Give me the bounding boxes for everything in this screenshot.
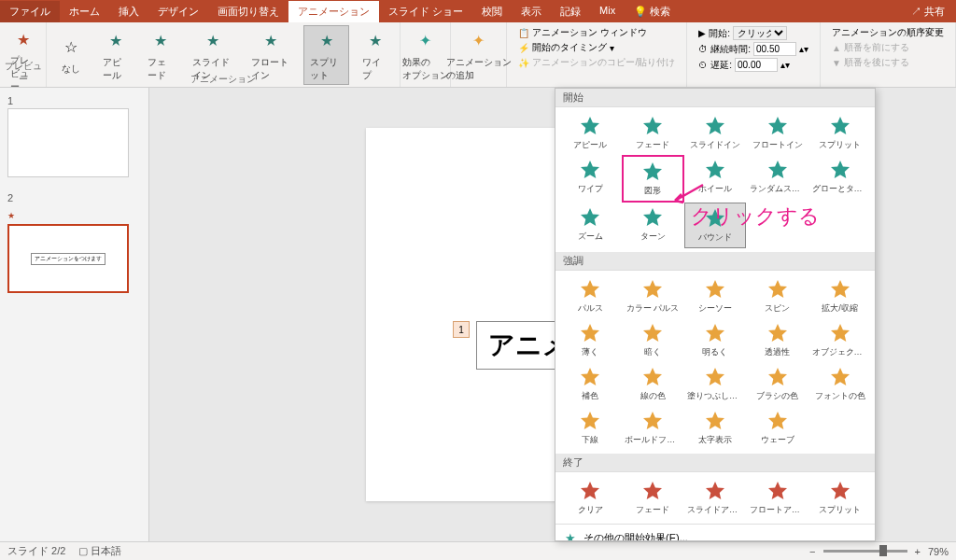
animation-order-tag[interactable]: 1 bbox=[453, 321, 470, 338]
gallery-item-スライドイン[interactable]: スライドイン bbox=[684, 111, 747, 155]
gallery-item-シーソー[interactable]: シーソー bbox=[684, 274, 747, 318]
tab-ファイル[interactable]: ファイル bbox=[0, 1, 60, 22]
gallery-item-ランダムスト...[interactable]: ランダムスト... bbox=[746, 155, 808, 203]
annotation-text: クリックする bbox=[691, 203, 820, 231]
preview-group-label: プレビュー bbox=[0, 60, 46, 86]
reorder-title: アニメーションの順序変更 bbox=[832, 26, 944, 39]
gallery-item-透過性[interactable]: 透過性 bbox=[746, 318, 808, 362]
gallery-item-下線[interactable]: 下線 bbox=[559, 406, 622, 450]
search-tab[interactable]: 💡 検索 bbox=[625, 1, 680, 22]
thumb-1[interactable]: 1 bbox=[7, 95, 141, 177]
anim-なし[interactable]: ☆なし bbox=[52, 33, 90, 77]
gallery-item-スプリット[interactable]: スプリット bbox=[808, 476, 871, 520]
gallery-item-拡大/収縮[interactable]: 拡大/収縮 bbox=[808, 274, 871, 318]
tab-Mix[interactable]: Mix bbox=[590, 1, 625, 22]
gallery-item-アピール[interactable]: アピール bbox=[559, 111, 622, 155]
gallery-item-ボールドフラ...[interactable]: ボールドフラ... bbox=[622, 406, 684, 450]
animation-gallery: 開始アピールフェードスライドインフロートインスプリットワイプ図形ホイールランダム… bbox=[555, 88, 876, 541]
tab-記録[interactable]: 記録 bbox=[551, 1, 590, 22]
gallery-item-パルス[interactable]: パルス bbox=[559, 274, 622, 318]
gallery-item-フェード[interactable]: フェード bbox=[622, 476, 684, 520]
gallery-item-フォントの色[interactable]: フォントの色 bbox=[808, 362, 871, 406]
gallery-item-塗りつぶしの色[interactable]: 塗りつぶしの色 bbox=[684, 362, 747, 406]
tab-挿入[interactable]: 挿入 bbox=[109, 1, 148, 22]
gallery-item-フェード[interactable]: フェード bbox=[622, 111, 684, 155]
ribbon-tabs: ファイルホーム挿入デザイン画面切り替えアニメーションスライド ショー校閲表示記録… bbox=[0, 0, 956, 22]
gallery-header-exit: 終了 bbox=[555, 454, 875, 472]
language-indicator[interactable]: ▢ 日本語 bbox=[78, 544, 121, 558]
share-button[interactable]: ↗ 共有 bbox=[900, 1, 956, 22]
zoom-out[interactable]: − bbox=[809, 546, 815, 557]
gallery-item-補色[interactable]: 補色 bbox=[559, 362, 622, 406]
tab-デザイン[interactable]: デザイン bbox=[148, 1, 208, 22]
gallery-item-ズーム[interactable]: ズーム bbox=[559, 203, 622, 248]
trigger-menu[interactable]: ⚡ 開始のタイミング ▾ bbox=[518, 41, 675, 54]
zoom-level[interactable]: 79% bbox=[928, 546, 949, 557]
gallery-item-クリア[interactable]: クリア bbox=[559, 476, 622, 520]
duration-input[interactable]: ⏱ 継続時間: ▴▾ bbox=[698, 42, 808, 56]
tab-アニメーション[interactable]: アニメーション bbox=[288, 1, 379, 22]
gallery-item-カラー パルス[interactable]: カラー パルス bbox=[622, 274, 684, 318]
gallery-item-スピン[interactable]: スピン bbox=[746, 274, 808, 318]
add-animation-button[interactable]: ✦アニメーション の追加 bbox=[441, 26, 517, 84]
move-earlier: ▲ 順番を前にする bbox=[832, 41, 944, 54]
delay-input[interactable]: ⏲ 遅延: ▴▾ bbox=[698, 58, 808, 72]
animation-group-label: アニメーション bbox=[47, 73, 400, 86]
zoom-slider[interactable] bbox=[823, 550, 907, 553]
thumb-2[interactable]: 2★ アニメーションをつけます bbox=[7, 189, 141, 293]
tab-校閲[interactable]: 校閲 bbox=[472, 1, 512, 22]
gallery-item-ターン[interactable]: ターン bbox=[622, 203, 684, 248]
gallery-item-太字表示[interactable]: 太字表示 bbox=[684, 406, 747, 450]
gallery-item-オブジェクト ...[interactable]: オブジェクト ... bbox=[808, 318, 871, 362]
tab-画面切り替え[interactable]: 画面切り替え bbox=[208, 1, 288, 22]
start-select[interactable]: ▶ 開始: クリック時 bbox=[698, 26, 808, 40]
tab-ホーム[interactable]: ホーム bbox=[60, 1, 109, 22]
move-later: ▼ 順番を後にする bbox=[832, 56, 944, 69]
gallery-item-ワイプ[interactable]: ワイプ bbox=[559, 155, 622, 203]
slide-counter: スライド 2/2 bbox=[7, 544, 65, 558]
status-bar: スライド 2/2 ▢ 日本語 − + 79% bbox=[0, 541, 956, 560]
gallery-header-entrance: 開始 bbox=[555, 89, 875, 107]
gallery-item-スプリット[interactable]: スプリット bbox=[808, 111, 871, 155]
tab-表示[interactable]: 表示 bbox=[512, 1, 551, 22]
animation-pane-link[interactable]: 📋 アニメーション ウィンドウ bbox=[518, 26, 675, 39]
gallery-item-フロートアウト[interactable]: フロートアウト bbox=[746, 476, 808, 520]
gallery-item-フロートイン[interactable]: フロートイン bbox=[746, 111, 808, 155]
gallery-item-暗く[interactable]: 暗く bbox=[622, 318, 684, 362]
gallery-item-スライドアウト[interactable]: スライドアウト bbox=[684, 476, 747, 520]
gallery-item-薄く[interactable]: 薄く bbox=[559, 318, 622, 362]
ribbon: ★プレビュー プレビュー ☆なし★アピール★フェード★スライドイン★フロートイン… bbox=[0, 22, 956, 88]
gallery-item-線の色[interactable]: 線の色 bbox=[622, 362, 684, 406]
animation-painter: ✨ アニメーションのコピー/貼り付け bbox=[518, 56, 675, 69]
gallery-header-emphasis: 強調 bbox=[555, 252, 875, 271]
gallery-item-ブラシの色[interactable]: ブラシの色 bbox=[746, 362, 808, 406]
slide-thumbnails: 1 2★ アニメーションをつけます bbox=[0, 88, 149, 541]
gallery-item-グローとターン[interactable]: グローとターン bbox=[808, 155, 871, 203]
zoom-in[interactable]: + bbox=[915, 546, 921, 557]
tab-スライド ショー[interactable]: スライド ショー bbox=[379, 1, 472, 22]
gallery-link[interactable]: ★その他の開始効果(E)... bbox=[555, 528, 875, 541]
gallery-item-ウェーブ[interactable]: ウェーブ bbox=[746, 406, 808, 450]
gallery-item-明るく[interactable]: 明るく bbox=[684, 318, 747, 362]
